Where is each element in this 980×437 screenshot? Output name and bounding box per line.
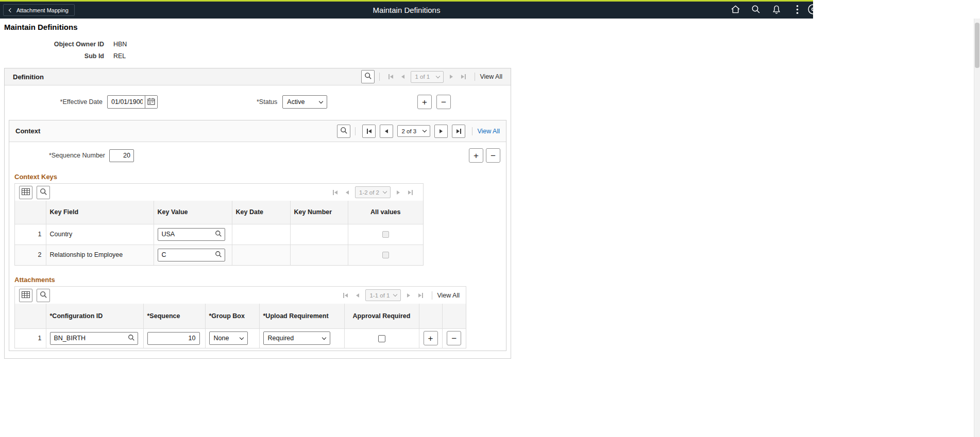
context-row-actions: + − xyxy=(469,148,500,163)
chevron-down-icon xyxy=(383,189,387,194)
previous-row-icon xyxy=(397,75,409,79)
attachments-header-row: *Configuration ID *Sequence *Group Box *… xyxy=(15,304,466,328)
sequence-input[interactable] xyxy=(147,332,200,345)
key-field-cell: Country xyxy=(46,224,154,244)
add-attachment-row-button[interactable]: + xyxy=(424,331,438,345)
attachments-row-counter: 1-1 of 1 xyxy=(365,289,401,301)
actions-menu-button[interactable] xyxy=(787,2,807,19)
definition-fields-row: *Effective Date *Status Active xyxy=(5,85,511,115)
notifications-button[interactable] xyxy=(766,2,787,19)
vertical-scrollbar-thumb[interactable] xyxy=(975,23,979,68)
table-row: 1 Country xyxy=(15,224,423,244)
context-row-counter[interactable]: 2 of 3 xyxy=(397,125,430,137)
divider xyxy=(355,127,356,135)
calendar-button[interactable] xyxy=(145,96,157,108)
grid-icon xyxy=(22,188,30,197)
search-icon xyxy=(215,251,222,259)
personalize-grid-button[interactable] xyxy=(19,289,32,302)
context-title: Context xyxy=(15,127,40,135)
definition-pager: 1 of 1 View All xyxy=(361,70,502,83)
previous-row-button[interactable] xyxy=(380,125,393,138)
context-find-button[interactable] xyxy=(337,125,350,138)
context-keys-pager: 1-2 of 2 xyxy=(329,186,417,198)
effective-date-input[interactable] xyxy=(108,98,145,106)
table-row: 2 Relationship to Employee xyxy=(15,244,423,265)
delete-column-header xyxy=(442,304,466,328)
vertical-dots-icon xyxy=(796,5,799,16)
vertical-scrollbar[interactable] xyxy=(974,19,980,437)
definition-title: Definition xyxy=(13,73,44,81)
lookup-button[interactable] xyxy=(212,249,225,261)
chevron-down-icon xyxy=(423,128,427,132)
personalize-grid-button[interactable] xyxy=(19,186,32,199)
search-icon xyxy=(215,230,222,239)
last-row-icon xyxy=(414,293,427,298)
next-row-icon xyxy=(393,190,404,195)
app-window: Attachment Mapping Maintain Definitions xyxy=(0,0,813,437)
previous-row-icon xyxy=(352,293,363,298)
context-header: Context 2 of 3 xyxy=(9,120,506,142)
context-pager: 2 of 3 View All xyxy=(337,125,500,138)
object-owner-id-row: Object Owner ID HBN xyxy=(4,38,809,50)
divider xyxy=(432,291,432,300)
context-keys-toolbar-left xyxy=(19,186,50,199)
status-select[interactable]: Active xyxy=(282,95,327,109)
last-row-icon xyxy=(404,190,417,195)
grid-find-button[interactable] xyxy=(37,186,50,199)
home-button[interactable] xyxy=(725,2,746,19)
key-value-input[interactable] xyxy=(158,251,212,258)
upload-requirement-select[interactable]: Required xyxy=(263,331,330,345)
row-number: 2 xyxy=(15,244,46,265)
definition-find-button[interactable] xyxy=(361,70,375,83)
context-keys-header-row: Key Field Key Value Key Date Key Number … xyxy=(15,201,423,224)
context-view-all[interactable]: View All xyxy=(477,128,500,135)
attachments-toolbar-left xyxy=(19,289,50,302)
sub-id-value: REL xyxy=(113,53,126,60)
configuration-id-input[interactable] xyxy=(50,335,125,342)
approval-required-checkbox[interactable] xyxy=(378,335,385,342)
key-value-cell xyxy=(154,244,232,265)
back-button-label: Attachment Mapping xyxy=(16,7,69,13)
grid-find-button[interactable] xyxy=(37,289,50,302)
navbar-menu-button[interactable] xyxy=(807,2,813,19)
calendar-icon xyxy=(147,98,155,107)
group-box-select[interactable]: None xyxy=(209,331,248,345)
global-search-button[interactable] xyxy=(746,2,766,19)
first-row-button[interactable] xyxy=(362,125,376,138)
next-row-icon xyxy=(403,293,414,298)
key-number-header: Key Number xyxy=(290,201,348,224)
last-row-button[interactable] xyxy=(452,125,465,138)
add-row-button[interactable]: + xyxy=(417,95,432,109)
divider xyxy=(475,73,475,81)
configuration-id-header: *Configuration ID xyxy=(46,304,143,328)
chevron-left-icon xyxy=(9,8,13,12)
delete-attachment-row-button[interactable]: − xyxy=(447,331,461,345)
key-value-field xyxy=(158,228,225,241)
delete-row-button[interactable]: − xyxy=(436,95,451,109)
bell-icon xyxy=(772,5,781,16)
chevron-down-icon xyxy=(322,336,326,340)
first-row-icon xyxy=(339,293,352,298)
lookup-button[interactable] xyxy=(125,333,138,344)
add-context-row-button[interactable]: + xyxy=(469,148,483,163)
key-date-header: Key Date xyxy=(232,201,290,224)
add-cell: + xyxy=(419,328,442,348)
attachments-pager: 1-1 of 1 View All xyxy=(339,289,460,301)
sequence-number-input[interactable] xyxy=(109,149,134,162)
row-number: 1 xyxy=(15,224,46,244)
divider xyxy=(472,127,472,135)
next-row-button[interactable] xyxy=(434,125,448,138)
first-row-icon xyxy=(384,74,397,79)
context-keys-row-counter: 1-2 of 2 xyxy=(355,186,391,198)
key-value-input[interactable] xyxy=(158,231,212,238)
configuration-id-field xyxy=(50,332,138,345)
key-value-cell xyxy=(154,224,232,244)
chevron-down-icon xyxy=(239,336,243,340)
lookup-button[interactable] xyxy=(212,229,225,240)
object-owner-id-value: HBN xyxy=(113,41,127,48)
delete-context-row-button[interactable]: − xyxy=(486,148,500,163)
sub-id-row: Sub Id REL xyxy=(4,50,809,62)
back-button[interactable]: Attachment Mapping xyxy=(3,4,75,16)
search-icon xyxy=(340,127,348,136)
navbar-actions xyxy=(725,2,813,19)
